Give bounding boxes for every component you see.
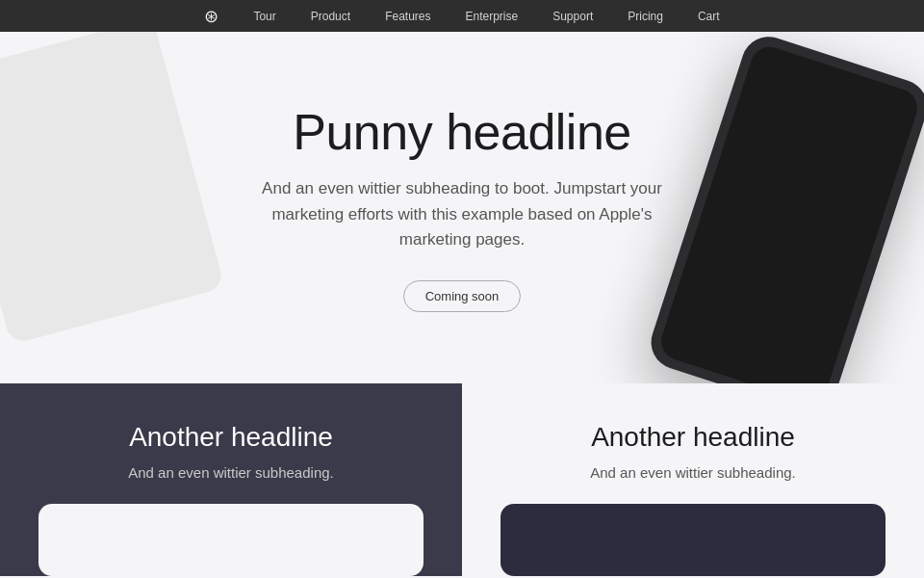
nav-item-enterprise[interactable]: Enterprise [448,0,535,32]
section-dark-subheading: And an even wittier subheading. [128,464,333,481]
nav-item-cart[interactable]: Cart [680,0,737,32]
section-dark-headline: Another headline [129,422,333,453]
hero-title: Punny headline [260,103,664,161]
section-light-headline: Another headline [591,422,795,453]
section-dark: Another headline And an even wittier sub… [0,383,462,576]
section-dark-card [38,504,424,576]
nav-item-support[interactable]: Support [535,0,610,32]
bottom-sections: Another headline And an even wittier sub… [0,383,924,576]
cta-button[interactable]: Coming soon [403,280,522,312]
section-light-card [500,504,886,576]
nav-item-product[interactable]: Product [294,0,368,32]
section-light-subheading: And an even wittier subheading. [590,464,795,481]
hero-content: Punny headline And an even wittier subhe… [260,103,664,311]
nav-item-features[interactable]: Features [368,0,448,32]
hero-phone-decoration [644,32,924,383]
nav-item-tour[interactable]: Tour [236,0,293,32]
hero-subtitle: And an even wittier subheading to boot. … [260,176,664,252]
logo-icon[interactable]: ⊛ [187,6,236,27]
navbar: ⊛ Tour Product Features Enterprise Suppo… [0,0,924,32]
hero-section: Punny headline And an even wittier subhe… [0,32,924,383]
nav-item-pricing[interactable]: Pricing [610,0,680,32]
hero-left-decoration [0,32,225,345]
section-light: Another headline And an even wittier sub… [462,383,924,576]
nav-items: ⊛ Tour Product Features Enterprise Suppo… [0,0,924,32]
